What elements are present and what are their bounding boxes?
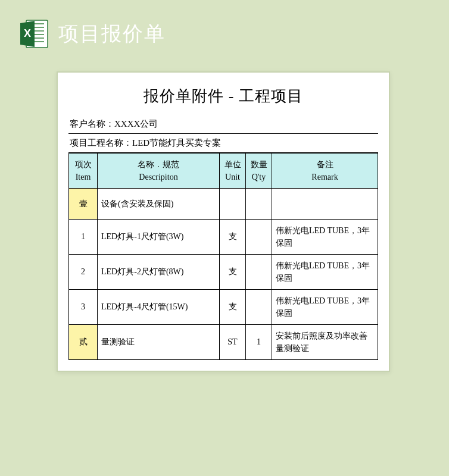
project-row: 项目工程名称：LED节能灯具买卖专案 xyxy=(68,134,378,153)
cell-desc: LED灯具-1尺灯管(3W) xyxy=(98,220,220,255)
customer-value: XXXX公司 xyxy=(114,119,158,129)
cell-qty: 1 xyxy=(246,325,272,360)
doc-title: 报价单附件 - 工程项目 xyxy=(68,82,378,115)
col-remark-en: Remark xyxy=(311,173,338,181)
cell-remark: 伟新光电LED TUBE，3年保固 xyxy=(272,290,378,325)
cell-desc: 设备(含安装及保固) xyxy=(98,189,220,220)
cell-item-num: 2 xyxy=(69,255,98,290)
table-row: 1 LED灯具-1尺灯管(3W) 支 伟新光电LED TUBE，3年保固 xyxy=(69,220,378,255)
col-unit-en: Unit xyxy=(225,173,240,181)
col-qty-cn: 数量 xyxy=(251,160,267,169)
customer-label: 客户名称： xyxy=(70,119,114,129)
table-row: 壹 设备(含安装及保固) xyxy=(69,189,378,220)
page-title: 项目报价单 xyxy=(58,20,166,48)
table-row: 3 LED灯具-4尺灯管(15W) 支 伟新光电LED TUBE，3年保固 xyxy=(69,290,378,325)
cell-qty xyxy=(246,220,272,255)
table-row: 贰 量测验证 ST 1 安装前后照度及功率改善量测验证 xyxy=(69,325,378,360)
col-remark-cn: 备注 xyxy=(317,160,333,169)
col-item-cn: 项次 xyxy=(75,160,92,169)
col-item-en: Item xyxy=(76,173,91,181)
svg-text:X: X xyxy=(24,27,31,39)
cell-remark: 伟新光电LED TUBE，3年保固 xyxy=(272,255,378,290)
cell-unit: ST xyxy=(220,325,246,360)
cell-remark: 安装前后照度及功率改善量测验证 xyxy=(272,325,378,360)
col-header-qty: 数量Q'ty xyxy=(246,154,272,189)
cell-desc: LED灯具-2尺灯管(8W) xyxy=(98,255,220,290)
excel-icon: X xyxy=(18,18,50,50)
quotation-table: 项次Item 名称．规范Descripiton 单位Unit 数量Q'ty 备注… xyxy=(68,153,378,360)
cell-section-num: 壹 xyxy=(69,189,98,220)
page-header: X 项目报价单 xyxy=(18,18,166,50)
cell-remark xyxy=(272,189,378,220)
customer-row: 客户名称：XXXX公司 xyxy=(68,115,378,134)
table-body: 壹 设备(含安装及保固) 1 LED灯具-1尺灯管(3W) 支 伟新光电LED … xyxy=(69,189,378,360)
col-desc-cn: 名称．规范 xyxy=(138,160,179,169)
table-row: 2 LED灯具-2尺灯管(8W) 支 伟新光电LED TUBE，3年保固 xyxy=(69,255,378,290)
project-value: LED节能灯具买卖专案 xyxy=(132,138,221,148)
col-header-item: 项次Item xyxy=(69,154,98,189)
cell-desc: 量测验证 xyxy=(98,325,220,360)
col-desc-en: Descripiton xyxy=(139,173,177,181)
col-header-remark: 备注Remark xyxy=(272,154,378,189)
cell-item-num: 3 xyxy=(69,290,98,325)
col-unit-cn: 单位 xyxy=(224,160,241,169)
cell-qty xyxy=(246,290,272,325)
table-header-row: 项次Item 名称．规范Descripiton 单位Unit 数量Q'ty 备注… xyxy=(69,154,378,189)
col-qty-en: Q'ty xyxy=(252,173,266,181)
quotation-document: 报价单附件 - 工程项目 客户名称：XXXX公司 项目工程名称：LED节能灯具买… xyxy=(57,71,390,372)
cell-qty xyxy=(246,189,272,220)
project-label: 项目工程名称： xyxy=(70,138,132,148)
cell-item-num: 1 xyxy=(69,220,98,255)
cell-unit: 支 xyxy=(220,290,246,325)
cell-desc: LED灯具-4尺灯管(15W) xyxy=(98,290,220,325)
cell-section-num: 贰 xyxy=(69,325,98,360)
cell-unit: 支 xyxy=(220,255,246,290)
cell-unit: 支 xyxy=(220,220,246,255)
cell-remark: 伟新光电LED TUBE，3年保固 xyxy=(272,220,378,255)
cell-unit xyxy=(220,189,246,220)
col-header-unit: 单位Unit xyxy=(220,154,246,189)
cell-qty xyxy=(246,255,272,290)
col-header-desc: 名称．规范Descripiton xyxy=(98,154,220,189)
